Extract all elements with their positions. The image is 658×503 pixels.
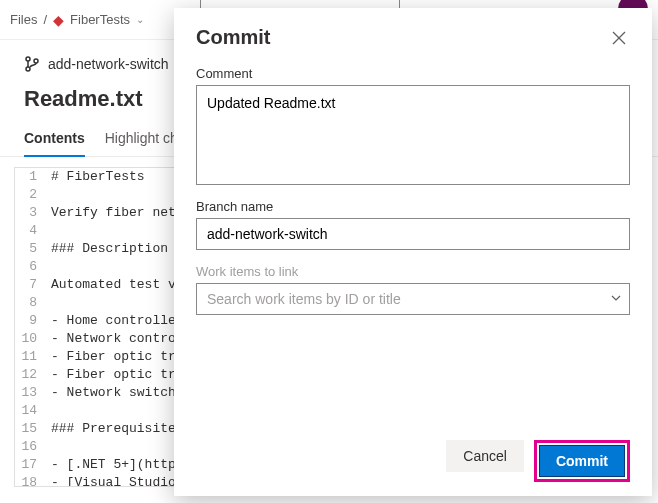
line-content: - [.NET 5+](https (43, 456, 184, 474)
chevron-down-icon[interactable]: ⌄ (136, 14, 144, 25)
commit-button-highlight: Commit (534, 440, 630, 482)
line-content: Automated test va (43, 276, 184, 294)
line-content (43, 294, 51, 312)
line-number: 15 (15, 420, 43, 438)
svg-point-2 (34, 59, 38, 63)
commit-dialog: Commit Comment Branch name Work items to… (174, 8, 652, 496)
line-number: 2 (15, 186, 43, 204)
work-items-combo[interactable] (196, 283, 630, 315)
line-number: 7 (15, 276, 43, 294)
dialog-title: Commit (196, 26, 270, 49)
line-number: 18 (15, 474, 43, 487)
line-number: 13 (15, 384, 43, 402)
line-content: - Fiber optic tra (43, 366, 184, 384)
comment-label: Comment (196, 66, 630, 81)
line-content: - Network control (43, 330, 184, 348)
branch-name-input[interactable] (196, 218, 630, 250)
tab-contents[interactable]: Contents (24, 126, 85, 156)
line-content: - Fiber optic tra (43, 348, 184, 366)
line-content: - Network switche (43, 384, 184, 402)
branch-name-label: Branch name (196, 199, 630, 214)
line-content (43, 222, 51, 240)
close-icon[interactable] (608, 26, 630, 52)
project-icon: ◆ (53, 13, 64, 27)
line-number: 10 (15, 330, 43, 348)
svg-point-0 (26, 57, 30, 61)
breadcrumb-separator: / (43, 12, 47, 27)
line-number: 12 (15, 366, 43, 384)
line-number: 11 (15, 348, 43, 366)
line-number: 16 (15, 438, 43, 456)
line-content: - [Visual Studio (43, 474, 176, 487)
breadcrumb-project[interactable]: FiberTests (70, 12, 130, 27)
line-number: 3 (15, 204, 43, 222)
work-items-input[interactable] (196, 283, 630, 315)
line-number: 9 (15, 312, 43, 330)
line-number: 17 (15, 456, 43, 474)
svg-point-1 (26, 67, 30, 71)
line-content: Verify fiber netw (43, 204, 184, 222)
line-content (43, 438, 51, 456)
branch-icon (24, 56, 40, 72)
breadcrumb-files[interactable]: Files (10, 12, 37, 27)
branch-name: add-network-switch (48, 56, 169, 72)
comment-textarea[interactable] (196, 85, 630, 185)
line-number: 4 (15, 222, 43, 240)
line-content (43, 186, 51, 204)
line-content (43, 402, 51, 420)
line-number: 14 (15, 402, 43, 420)
commit-button[interactable]: Commit (539, 445, 625, 477)
dialog-buttons: Cancel Commit (196, 430, 630, 482)
line-content (43, 258, 51, 276)
line-number: 8 (15, 294, 43, 312)
line-content: ### Prerequisites (43, 420, 184, 438)
line-content: - Home controller (43, 312, 184, 330)
line-number: 1 (15, 168, 43, 186)
line-number: 5 (15, 240, 43, 258)
cancel-button[interactable]: Cancel (446, 440, 524, 472)
line-content: # FiberTests (43, 168, 145, 186)
work-items-label: Work items to link (196, 264, 630, 279)
line-number: 6 (15, 258, 43, 276)
line-content: ### Description (43, 240, 168, 258)
